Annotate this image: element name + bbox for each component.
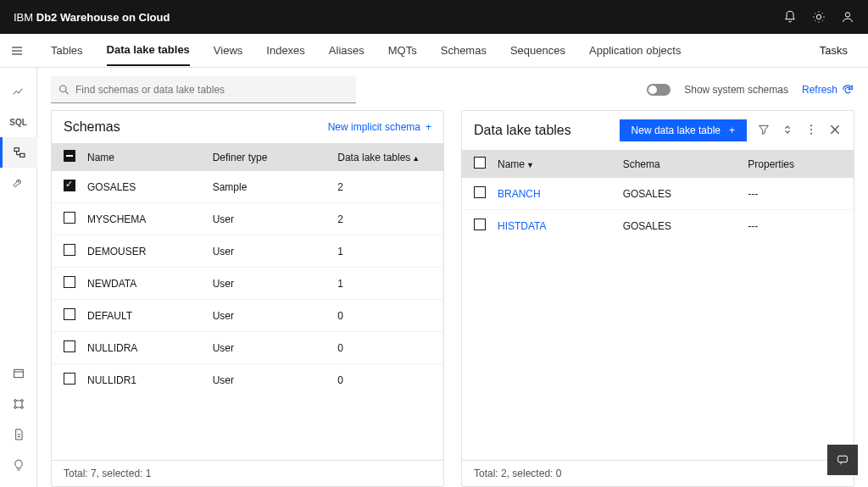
sidebar-tables-icon[interactable] — [0, 137, 37, 168]
svg-rect-3 — [20, 153, 25, 157]
search-icon — [58, 83, 70, 97]
search-input[interactable] — [75, 84, 349, 96]
sidebar-analytics-icon[interactable] — [0, 76, 37, 107]
schema-definer: User — [213, 246, 338, 257]
schema-name: MYSCHEMA — [87, 213, 213, 225]
table-row[interactable]: NULLIDRAUser0 — [52, 332, 443, 364]
schema-name: NULLIDR1 — [87, 374, 213, 386]
new-implicit-schema-button[interactable]: New implicit schema+ — [328, 121, 431, 133]
svg-point-6 — [20, 400, 23, 402]
table-row[interactable]: NULLIDR1User0 — [52, 364, 443, 396]
schema-count: 1 — [337, 278, 431, 290]
dltables-col-name[interactable]: Name▼ — [498, 158, 623, 170]
plus-icon: + — [426, 121, 431, 133]
tab-sequences[interactable]: Sequences — [510, 36, 565, 65]
svg-point-10 — [810, 125, 812, 126]
sidebar-sql-icon[interactable]: SQL — [0, 107, 37, 137]
schemas-footer: Total: 7, selected: 1 — [52, 460, 443, 486]
dltables-col-props[interactable]: Properties — [748, 158, 842, 170]
dlt-schema: GOSALES — [623, 188, 748, 200]
brightness-icon[interactable] — [812, 10, 826, 24]
row-checkbox[interactable] — [474, 186, 486, 198]
table-row[interactable]: DEFAULTUser0 — [52, 300, 443, 332]
row-checkbox[interactable] — [64, 340, 75, 352]
schemas-col-name[interactable]: Name — [87, 152, 213, 163]
table-row[interactable]: NEWDATAUser1 — [52, 268, 443, 300]
schema-name: NULLIDRA — [87, 342, 213, 354]
svg-point-12 — [810, 132, 812, 134]
sidebar-doc-icon[interactable] — [0, 419, 37, 450]
schema-definer: User — [213, 278, 338, 290]
dltables-select-all-checkbox[interactable] — [474, 157, 486, 169]
schema-definer: User — [213, 342, 338, 354]
close-icon[interactable] — [828, 123, 842, 139]
sidebar-tools-icon[interactable] — [0, 168, 37, 198]
row-checkbox[interactable] — [64, 212, 75, 224]
tab-views[interactable]: Views — [214, 36, 242, 65]
schema-count: 0 — [337, 310, 431, 322]
svg-point-11 — [810, 129, 812, 130]
new-data-lake-table-button[interactable]: New data lake table+ — [620, 119, 747, 141]
dltables-col-schema[interactable]: Schema — [623, 158, 748, 170]
row-checkbox[interactable] — [474, 219, 486, 230]
user-icon[interactable] — [841, 10, 854, 24]
tab-aliases[interactable]: Aliases — [329, 36, 364, 65]
brand: IBM Db2 Warehouse on Cloud — [14, 11, 170, 24]
dlt-props: --- — [748, 220, 842, 232]
schema-count: 2 — [337, 213, 431, 225]
dlt-name-link[interactable]: HISTDATA — [498, 220, 623, 232]
row-checkbox[interactable] — [64, 373, 75, 385]
row-checkbox[interactable] — [64, 308, 75, 320]
tab-data-lake-tables[interactable]: Data lake tables — [107, 35, 190, 66]
tab-tables[interactable]: Tables — [51, 36, 83, 65]
table-row[interactable]: GOSALESSample2 — [52, 171, 443, 203]
sidebar-nodes-icon[interactable] — [0, 389, 37, 419]
svg-rect-4 — [14, 369, 23, 377]
refresh-button[interactable]: Refresh — [802, 83, 854, 97]
search-input-container[interactable] — [51, 76, 356, 103]
dltables-footer: Total: 2, selected: 0 — [462, 460, 854, 486]
tab-indexes[interactable]: Indexes — [266, 36, 305, 65]
notifications-icon[interactable] — [783, 10, 797, 24]
system-schemas-toggle[interactable] — [647, 84, 670, 96]
sidebar-list-icon[interactable] — [0, 358, 37, 389]
dltables-title: Data lake tables — [474, 123, 571, 138]
tab-schemas[interactable]: Schemas — [441, 36, 487, 65]
system-schemas-label: Show system schemas — [684, 84, 788, 96]
schema-count: 0 — [337, 374, 431, 386]
svg-point-7 — [14, 407, 16, 409]
refresh-icon — [841, 83, 854, 97]
schema-name: DEMOUSER — [87, 246, 213, 257]
schema-definer: User — [213, 374, 338, 386]
svg-point-1 — [845, 13, 849, 17]
schemas-col-definer[interactable]: Definer type — [213, 152, 338, 163]
plus-icon: + — [729, 125, 735, 136]
tab-application-objects[interactable]: Application objects — [589, 36, 681, 65]
sort-asc-icon: ▲ — [412, 154, 420, 163]
sort-desc-icon: ▼ — [526, 161, 534, 169]
tasks-link[interactable]: Tasks — [820, 44, 848, 57]
row-checkbox[interactable] — [64, 276, 75, 288]
expand-icon[interactable] — [781, 123, 794, 139]
schema-name: GOSALES — [87, 181, 213, 193]
dlt-schema: GOSALES — [623, 220, 748, 232]
svg-point-9 — [60, 85, 67, 91]
schemas-col-count[interactable]: Data lake tables▲ — [337, 152, 431, 163]
schema-name: NEWDATA — [87, 278, 213, 290]
svg-rect-2 — [14, 148, 19, 152]
row-checkbox[interactable] — [64, 244, 75, 256]
table-row[interactable]: MYSCHEMAUser2 — [52, 203, 443, 235]
table-row[interactable]: HISTDATAGOSALES--- — [462, 210, 854, 241]
filter-icon[interactable] — [757, 123, 771, 139]
schema-definer: Sample — [213, 181, 338, 193]
chat-icon[interactable] — [827, 445, 858, 475]
overflow-icon[interactable] — [804, 123, 818, 139]
tab-mqts[interactable]: MQTs — [388, 36, 417, 65]
schemas-select-all-checkbox[interactable] — [64, 150, 75, 162]
table-row[interactable]: DEMOUSERUser1 — [52, 235, 443, 268]
schemas-title: Schemas — [64, 119, 120, 135]
row-checkbox[interactable] — [64, 180, 75, 191]
sidebar-help-icon[interactable] — [0, 450, 37, 480]
table-row[interactable]: BRANCHGOSALES--- — [462, 178, 854, 210]
dlt-name-link[interactable]: BRANCH — [498, 188, 623, 200]
